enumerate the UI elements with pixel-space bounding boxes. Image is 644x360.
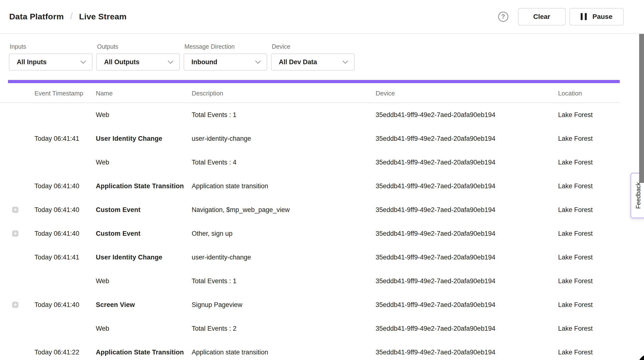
table-row: + Today 06:41:41 User Identity Change us…	[0, 245, 620, 269]
breadcrumb-live-stream: Live Stream	[79, 12, 127, 21]
chevron-down-icon	[255, 58, 261, 64]
filter-outputs-label: Outputs	[97, 43, 180, 50]
cell-device: 35eddb41-9ff9-49e2-7aed-20afa90eb194	[376, 325, 558, 332]
table-body: + Web Total Events : 1 35eddb41-9ff9-49e…	[0, 103, 620, 360]
expand-cell: +	[0, 302, 34, 308]
cell-location: Lake Forest	[558, 301, 620, 309]
breadcrumb-separator: /	[70, 11, 73, 21]
cell-timestamp: Today 06:41:40	[34, 301, 96, 309]
cell-timestamp: Today 06:41:41	[34, 135, 96, 143]
cell-location: Lake Forest	[558, 254, 620, 261]
help-glyph: ?	[501, 13, 505, 20]
cell-name: Custom Event	[96, 230, 192, 237]
cell-name: Screen View	[96, 301, 192, 309]
clear-button-label: Clear	[533, 13, 550, 20]
cell-description: Navigation, $mp_web_page_view	[192, 206, 376, 214]
table-row: + Today 06:41:40 Application State Trans…	[0, 174, 620, 198]
cell-location: Lake Forest	[558, 230, 620, 237]
cell-device: 35eddb41-9ff9-49e2-7aed-20afa90eb194	[376, 230, 558, 237]
events-table: Event Timestamp Name Description Device …	[0, 83, 620, 360]
inputs-select[interactable]: All Inputs	[9, 53, 92, 70]
top-bar-actions: ? Clear Pause	[498, 8, 624, 25]
cell-description: user-identity-change	[192, 135, 376, 143]
filter-message-direction-label: Message Direction	[184, 43, 267, 50]
cell-name: Web	[96, 159, 192, 166]
inputs-select-value: All Inputs	[17, 58, 46, 66]
cell-device: 35eddb41-9ff9-49e2-7aed-20afa90eb194	[376, 301, 558, 309]
table-row: + Today 06:41:22 Application State Trans…	[0, 340, 620, 360]
cell-device: 35eddb41-9ff9-49e2-7aed-20afa90eb194	[376, 182, 558, 190]
device-select[interactable]: All Dev Data	[271, 53, 354, 70]
cell-name: User Identity Change	[96, 254, 192, 261]
table-row: + Web Total Events : 1 35eddb41-9ff9-49e…	[0, 103, 620, 127]
clear-button[interactable]: Clear	[518, 8, 566, 25]
help-icon[interactable]: ?	[498, 12, 508, 22]
cell-description: user-identity-change	[192, 254, 376, 261]
cell-timestamp: Today 06:41:40	[34, 230, 96, 237]
expand-row-button[interactable]: +	[12, 207, 18, 213]
accent-progress-bar	[8, 80, 620, 83]
cell-device: 35eddb41-9ff9-49e2-7aed-20afa90eb194	[376, 135, 558, 143]
column-header-description: Description	[192, 90, 376, 97]
cell-location: Lake Forest	[558, 182, 620, 190]
table-row: + Today 06:41:40 Custom Event Navigation…	[0, 198, 620, 222]
outputs-select[interactable]: All Outputs	[96, 53, 180, 70]
pause-button-label: Pause	[592, 13, 613, 20]
expand-cell: +	[0, 183, 34, 189]
table-row: + Web Total Events : 1 35eddb41-9ff9-49e…	[0, 269, 620, 293]
button-group: Clear Pause	[518, 8, 624, 25]
cell-device: 35eddb41-9ff9-49e2-7aed-20afa90eb194	[376, 206, 558, 214]
filter-inputs-label: Inputs	[10, 43, 92, 50]
column-header-location: Location	[558, 90, 620, 97]
expand-cell: +	[0, 325, 34, 332]
breadcrumb-data-platform[interactable]: Data Platform	[9, 12, 64, 21]
chevron-down-icon	[343, 58, 348, 64]
expand-row-button[interactable]: +	[12, 302, 18, 308]
cell-description: Application state transition	[192, 182, 376, 190]
cell-description: Other, sign up	[192, 230, 376, 237]
cell-name: Custom Event	[96, 206, 192, 214]
filter-device-label: Device	[272, 43, 354, 50]
outputs-select-value: All Outputs	[104, 58, 139, 66]
cell-name: Application State Transition	[96, 182, 192, 190]
expand-cell: +	[0, 278, 34, 284]
chevron-down-icon	[80, 58, 86, 64]
cell-description: Total Events : 1	[192, 111, 376, 119]
cell-description: Total Events : 2	[192, 325, 376, 332]
expand-cell: +	[0, 207, 34, 213]
table-row: + Today 06:41:40 Custom Event Other, sig…	[0, 222, 620, 245]
pause-button[interactable]: Pause	[570, 8, 624, 25]
expand-cell: +	[0, 159, 34, 166]
message-direction-select[interactable]: Inbound	[184, 53, 267, 70]
expand-cell: +	[0, 254, 34, 260]
filter-inputs: Inputs All Inputs	[9, 43, 92, 70]
pause-icon	[581, 13, 587, 20]
cell-name: Web	[96, 277, 192, 285]
table-row: + Today 06:41:41 User Identity Change us…	[0, 127, 620, 151]
filter-message-direction: Message Direction Inbound	[184, 43, 267, 70]
cell-location: Lake Forest	[558, 135, 620, 143]
cell-description: Signup Pageview	[192, 301, 376, 309]
cell-timestamp: Today 06:41:40	[34, 182, 96, 190]
cell-description: Application state transition	[192, 349, 376, 356]
filter-device: Device All Dev Data	[271, 43, 354, 70]
expand-cell: +	[0, 230, 34, 237]
scrollbar-thumb[interactable]	[639, 34, 644, 183]
cell-device: 35eddb41-9ff9-49e2-7aed-20afa90eb194	[376, 254, 558, 261]
message-direction-select-value: Inbound	[192, 58, 217, 66]
table-row: + Today 06:41:40 Screen View Signup Page…	[0, 293, 620, 317]
column-header-name: Name	[96, 90, 192, 97]
cell-timestamp: Today 06:41:40	[34, 206, 96, 214]
cell-device: 35eddb41-9ff9-49e2-7aed-20afa90eb194	[376, 349, 558, 356]
expand-row-button[interactable]: +	[12, 230, 18, 237]
expand-cell: +	[0, 349, 34, 356]
table-row: + Web Total Events : 4 35eddb41-9ff9-49e…	[0, 151, 620, 174]
device-select-value: All Dev Data	[279, 58, 317, 66]
breadcrumb: Data Platform / Live Stream	[9, 11, 127, 22]
cell-location: Lake Forest	[558, 349, 620, 356]
chat-bubble-icon[interactable]	[638, 354, 644, 360]
expand-cell: +	[0, 112, 34, 118]
cell-location: Lake Forest	[558, 206, 620, 214]
cell-location: Lake Forest	[558, 159, 620, 166]
cell-location: Lake Forest	[558, 277, 620, 285]
